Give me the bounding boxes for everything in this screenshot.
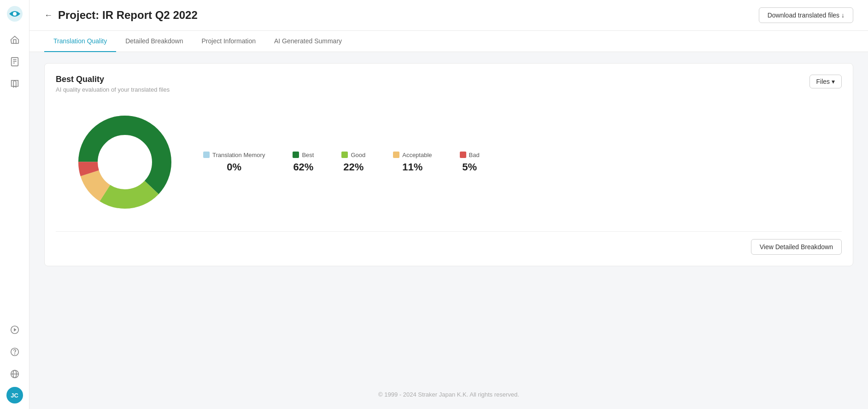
donut-chart [74,111,176,213]
page-header: ← Project: IR Report Q2 2022 Download tr… [29,0,868,31]
card-title-block: Best Quality AI quality evaluation of yo… [56,75,170,93]
legend-swatch-best [293,152,299,158]
legend-item-best: Best 62% [293,152,314,173]
svg-point-18 [99,136,151,188]
files-dropdown-button[interactable]: Files ▾ [809,75,842,88]
chart-area: Translation Memory 0% Best 62% [56,102,842,231]
legend-value-good: 22% [343,161,364,173]
legend-item-translation-memory: Translation Memory 0% [203,152,265,173]
sidebar: JC [0,0,29,409]
tab-translation-quality[interactable]: Translation Quality [44,31,116,52]
legend-label-good: Good [351,152,365,158]
main-content: ← Project: IR Report Q2 2022 Download tr… [29,0,868,409]
legend-swatch-good [341,152,348,158]
legend-swatch-translation-memory [203,152,210,158]
legend-swatch-acceptable [393,152,399,158]
tabs-bar: Translation Quality Detailed Breakdown P… [29,31,868,52]
legend-value-bad: 5% [462,161,477,173]
legend-label-acceptable: Acceptable [402,152,432,158]
quality-card: Best Quality AI quality evaluation of yo… [44,63,853,266]
sidebar-item-home[interactable] [6,30,24,49]
sidebar-bottom: JC [6,321,24,403]
legend-item-bad: Bad 5% [460,152,480,173]
tab-detailed-breakdown[interactable]: Detailed Breakdown [116,31,192,52]
legend-value-translation-memory: 0% [227,161,241,173]
footer-text: © 1999 - 2024 Straker Japan K.K. All rig… [378,391,519,398]
view-detailed-breakdown-button[interactable]: View Detailed Breakdown [751,239,842,255]
page-title: Project: IR Report Q2 2022 [58,9,198,22]
chart-legend: Translation Memory 0% Best 62% [203,152,480,173]
svg-point-1 [13,12,17,16]
legend-value-best: 62% [293,161,313,173]
svg-rect-2 [11,58,18,66]
legend-label-best: Best [302,152,314,158]
app-logo[interactable] [6,6,23,22]
sidebar-item-globe[interactable] [6,365,24,383]
main-content-area: Best Quality AI quality evaluation of yo… [29,52,868,380]
card-title: Best Quality [56,75,170,84]
card-footer: View Detailed Breakdown [56,231,842,255]
legend-item-acceptable: Acceptable 11% [393,152,432,173]
legend-value-acceptable: 11% [402,161,422,173]
card-header: Best Quality AI quality evaluation of yo… [56,75,842,93]
legend-label-translation-memory: Translation Memory [212,152,265,158]
svg-marker-7 [14,328,17,331]
back-button[interactable]: ← [44,11,53,20]
sidebar-item-play[interactable] [6,321,24,339]
svg-point-9 [14,354,15,354]
page-footer: © 1999 - 2024 Straker Japan K.K. All rig… [29,380,868,409]
download-translated-files-button[interactable]: Download translated files ↓ [759,7,853,23]
sidebar-item-help[interactable] [6,343,24,361]
header-left: ← Project: IR Report Q2 2022 [44,9,198,22]
legend-item-good: Good 22% [341,152,365,173]
sidebar-item-documents[interactable] [6,53,24,71]
legend-label-bad: Bad [469,152,480,158]
sidebar-item-book[interactable] [6,75,24,93]
card-subtitle: AI quality evaluation of your translated… [56,86,170,93]
avatar[interactable]: JC [6,387,23,403]
legend-swatch-bad [460,152,466,158]
tab-ai-summary[interactable]: AI Generated Summary [265,31,351,52]
tab-project-information[interactable]: Project Information [193,31,265,52]
